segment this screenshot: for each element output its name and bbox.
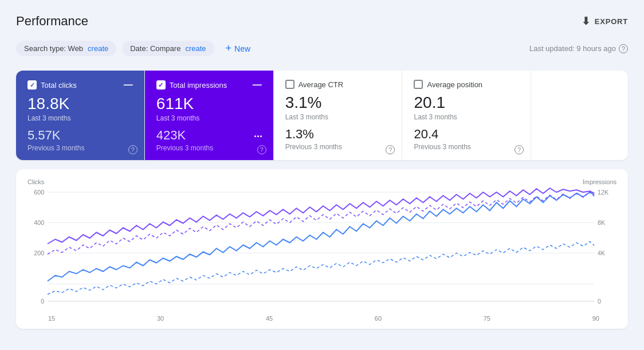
total-impressions-name: Total impressions [170,81,227,90]
metric-card-empty [531,71,628,160]
search-type-label: Search type: Web [24,44,83,53]
metric-header-clicks: ✓ Total clicks — [28,80,133,90]
avg-ctr-prev-value: 1.3% [285,127,391,142]
avg-ctr-value: 3.1% [285,94,391,112]
total-impressions-help-icon[interactable]: ? [257,145,266,154]
chart-x-label-45: 45 [266,315,273,322]
chart-x-label-15: 15 [48,315,55,322]
date-action: create [185,44,206,53]
chart-y-right-label: Impressions [583,178,616,185]
avg-position-value: 20.1 [414,94,519,112]
total-impressions-help: ? [257,145,266,155]
avg-position-name: Average position [427,80,482,89]
search-type-filter[interactable]: Search type: Web create [16,41,116,56]
avg-position-help-icon[interactable]: ? [515,145,524,154]
total-impressions-prev-value: 423K [156,128,186,143]
svg-text:400: 400 [34,219,44,226]
svg-text:4K: 4K [598,250,606,256]
avg-position-prev-value: 20.4 [414,127,519,142]
avg-position-checkbox[interactable] [414,80,423,89]
search-type-action: create [88,44,108,53]
chart-container: Clicks Impressions 600 400 200 0 12K 8K … [16,169,628,329]
metric-header-impressions: ✓ Total impressions — [156,80,262,90]
filter-bar: Search type: Web create Date: Compare cr… [16,39,628,58]
last-updated: Last updated: 9 hours ago ? [529,44,628,53]
checkmark-icon: ✓ [30,81,35,89]
total-clicks-help-icon[interactable]: ? [128,145,138,154]
chart-x-labels: 15 30 45 60 75 90 [28,313,616,322]
new-label: New [234,44,250,53]
svg-text:0: 0 [598,298,601,305]
metric-card-avg-ctr: Average CTR 3.1% Last 3 months 1.3% Prev… [274,71,403,160]
checkmark-impressions-icon: ✓ [158,81,163,89]
metric-card-total-clicks: ✓ Total clicks — 18.8K Last 3 months 5.5… [16,71,145,160]
avg-ctr-checkbox[interactable] [285,80,294,89]
clicks-current-line [48,192,594,281]
chart-x-label-90: 90 [592,315,599,322]
total-impressions-minus[interactable]: — [253,80,262,90]
chart-x-label-30: 30 [157,315,164,322]
avg-ctr-help: ? [386,145,395,155]
impressions-current-line [48,188,594,244]
avg-ctr-period: Last 3 months [285,113,391,121]
date-filter[interactable]: Date: Compare create [122,41,214,56]
total-clicks-period: Last 3 months [28,114,133,122]
total-clicks-minus[interactable]: — [124,80,133,90]
date-label: Date: Compare [130,44,180,53]
total-clicks-prev-value: 5.57K [28,128,133,143]
dot1 [254,135,256,137]
metric-header-ctr: Average CTR [285,80,391,89]
chart-x-label-75: 75 [484,315,490,322]
page-title: Performance [16,14,88,29]
last-updated-text: Last updated: 9 hours ago [529,44,616,53]
dot3 [260,135,262,137]
impressions-dots-menu[interactable] [254,135,262,137]
new-button[interactable]: + New [220,39,257,58]
svg-text:200: 200 [34,250,44,256]
total-impressions-prev-period: Previous 3 months [156,144,262,152]
plus-icon: + [226,42,232,55]
total-impressions-checkbox[interactable]: ✓ [156,80,166,90]
metric-header-position: Average position [414,80,519,89]
metric-card-total-impressions: ✓ Total impressions — 611K Last 3 months… [145,71,274,160]
avg-ctr-name: Average CTR [299,80,344,89]
total-clicks-checkbox[interactable]: ✓ [28,80,37,90]
svg-text:600: 600 [34,189,44,196]
svg-text:8K: 8K [598,219,606,226]
avg-position-prev-period: Previous 3 months [414,143,519,151]
chart-x-label-60: 60 [375,315,382,322]
total-clicks-prev-period: Previous 3 months [28,144,133,152]
performance-page: Performance ⬇ EXPORT Search type: Web cr… [0,0,644,340]
export-button[interactable]: ⬇ EXPORT [582,15,628,28]
svg-text:0: 0 [41,298,44,305]
total-clicks-name: Total clicks [41,81,77,90]
metric-card-avg-position: Average position 20.1 Last 3 months 20.4… [402,71,531,160]
total-impressions-value: 611K [156,95,262,113]
export-label: EXPORT [595,17,628,26]
dot2 [257,135,259,137]
total-clicks-value: 18.8K [28,95,133,113]
page-header: Performance ⬇ EXPORT [16,14,628,29]
export-icon: ⬇ [582,15,591,28]
chart-y-left-label: Clicks [28,178,44,185]
chart-area: 600 400 200 0 12K 8K 4K 0 [28,186,616,313]
total-impressions-period: Last 3 months [156,114,262,122]
svg-text:12K: 12K [598,189,609,196]
total-clicks-help: ? [128,145,138,155]
avg-ctr-prev-period: Previous 3 months [285,143,391,151]
last-updated-help-icon[interactable]: ? [619,44,628,53]
avg-ctr-help-icon[interactable]: ? [386,145,395,154]
avg-position-help: ? [515,145,524,155]
avg-position-period: Last 3 months [414,113,519,121]
chart-svg: 600 400 200 0 12K 8K 4K 0 [28,186,616,313]
metrics-container: ✓ Total clicks — 18.8K Last 3 months 5.5… [16,71,628,160]
